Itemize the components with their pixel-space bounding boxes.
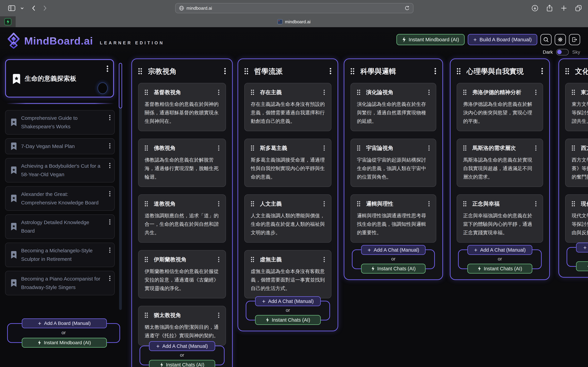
kebab-menu-icon[interactable] xyxy=(109,115,111,121)
forward-button[interactable] xyxy=(43,5,47,11)
chat-card[interactable]: 道教視角 道教強調順應自然，追求「道」的合一，生命的意義在於與自然和諧共生。 xyxy=(138,194,226,243)
kebab-menu-icon[interactable] xyxy=(541,68,543,75)
build-board-button[interactable]: + Build A Board (Manual) xyxy=(468,34,537,45)
chat-card[interactable]: 宇宙論視角 宇宙論從宇宙的起源與結構探討生命的意義，強調人類在宇宙中的位置與角色… xyxy=(350,139,436,187)
add-chat-button[interactable]: +Add A Chat (Manual) xyxy=(149,341,215,351)
drag-handle-icon[interactable] xyxy=(463,90,467,95)
drag-handle-icon[interactable] xyxy=(463,201,467,207)
address-bar[interactable]: mindboard.ai xyxy=(175,3,414,13)
drag-handle-icon[interactable] xyxy=(357,145,361,151)
drag-handle-icon[interactable] xyxy=(251,201,255,207)
add-chat-button[interactable]: +Add A Chat (Manual) xyxy=(576,243,588,252)
add-chat-button[interactable]: +Add A Chat (Manual) xyxy=(467,245,532,255)
kebab-menu-icon[interactable] xyxy=(323,257,325,263)
drag-handle-icon[interactable] xyxy=(572,90,575,95)
chat-card[interactable]: 正念與幸福 正念與幸福強調生命的意義在於當下的體驗與內心的平靜，通過正念實踐實現… xyxy=(457,194,543,243)
kebab-menu-icon[interactable] xyxy=(109,247,111,253)
add-board-button[interactable]: + Add A Board (Manual) xyxy=(22,318,107,328)
drag-handle-icon[interactable] xyxy=(463,145,467,151)
chat-card[interactable]: 虛無主義 虛無主義認為生命本身沒有客觀意義，個體需要面對這一事實並找到自己的生活… xyxy=(244,250,331,298)
drag-handle-icon[interactable] xyxy=(145,312,148,318)
instant-chats-button[interactable]: Instant Chats (AI) xyxy=(576,261,588,271)
kebab-menu-icon[interactable] xyxy=(428,145,430,151)
kebab-menu-icon[interactable] xyxy=(218,201,219,207)
selected-board-card[interactable]: 生命的意義探索板 xyxy=(5,59,114,98)
kebab-menu-icon[interactable] xyxy=(224,68,226,75)
board-list-item[interactable]: Comprehensive Guide to Shakespeare's Wor… xyxy=(5,110,115,134)
drag-handle-icon[interactable] xyxy=(145,145,148,151)
add-chat-button[interactable]: +Add A Chat (Manual) xyxy=(361,245,425,255)
chat-card[interactable]: 猶太教視角 猶太教強調生命的聖潔與目的，通過遵守《托拉》實現與神的契約。 xyxy=(138,306,226,346)
browser-tab[interactable]: mindboard.ai xyxy=(277,16,311,27)
share-icon[interactable] xyxy=(546,5,553,12)
kebab-menu-icon[interactable] xyxy=(109,191,111,197)
chat-card[interactable]: 西方文 西方文學 賽》等探 的奮鬥與 xyxy=(565,139,588,187)
kebab-menu-icon[interactable] xyxy=(323,145,325,151)
chevron-down-icon[interactable] xyxy=(20,7,24,10)
kebab-menu-icon[interactable] xyxy=(428,90,430,95)
kebab-menu-icon[interactable] xyxy=(218,257,219,263)
kebab-menu-icon[interactable] xyxy=(535,201,537,207)
drag-handle-icon[interactable] xyxy=(145,90,148,95)
instant-chats-button[interactable]: Instant Chats (AI) xyxy=(255,315,321,325)
kebab-menu-icon[interactable] xyxy=(106,66,108,73)
board-list-item[interactable]: Becoming a Piano Accompanist for Broadwa… xyxy=(5,271,115,295)
search-button[interactable] xyxy=(540,34,552,45)
kebab-menu-icon[interactable] xyxy=(109,143,111,149)
theme-toggle[interactable] xyxy=(556,49,569,55)
chat-card[interactable]: 馬斯洛的需求層次 馬斯洛認為生命的意義在於實現自我實現與超越，通過滿足不同層次的… xyxy=(457,139,543,187)
chat-card[interactable]: 邏輯與理性 邏輯與理性強調通過理性思考尋找生命的意義，強調知性與邏輯的重要性。 xyxy=(350,194,436,243)
drag-handle-icon[interactable] xyxy=(350,68,355,75)
settings-button[interactable] xyxy=(555,34,566,45)
chat-card[interactable]: 東方文 東方文學 等探討生 諧共生。 xyxy=(565,83,588,131)
drag-handle-icon[interactable] xyxy=(251,90,255,95)
kebab-menu-icon[interactable] xyxy=(329,68,331,75)
chat-card[interactable]: 演化論視角 演化論認為生命的意義在於生存與繁衍，通過自然選擇實現物種的延續。 xyxy=(350,83,436,131)
instant-chats-button[interactable]: Instant Chats (AI) xyxy=(149,360,215,367)
kebab-menu-icon[interactable] xyxy=(218,312,219,318)
kebab-menu-icon[interactable] xyxy=(535,90,537,95)
add-chat-button[interactable]: +Add A Chat (Manual) xyxy=(255,296,321,306)
board-list-item[interactable]: Achieving a Bodybuilder's Cut for a 58-Y… xyxy=(5,158,115,183)
drag-handle-icon[interactable] xyxy=(572,145,575,151)
logout-button[interactable] xyxy=(569,34,580,45)
chat-card[interactable]: 伊斯蘭教視角 伊斯蘭教相信生命的意義在於服從安拉的旨意，通過遵循《古蘭經》實現靈… xyxy=(138,250,226,298)
chat-card[interactable]: 人文主義 人文主義強調人類的潛能與價值，生命的意義在於促進人類的福祉與文明的進步… xyxy=(244,194,331,243)
sidebar-scrollbar-thumb[interactable] xyxy=(119,63,122,108)
kebab-menu-icon[interactable] xyxy=(218,145,219,151)
instant-chats-button[interactable]: Instant Chats (AI) xyxy=(467,264,532,274)
kebab-menu-icon[interactable] xyxy=(323,201,325,207)
drag-handle-icon[interactable] xyxy=(145,257,148,263)
drag-handle-icon[interactable] xyxy=(457,68,461,75)
instant-chats-button[interactable]: Instant Chats (AI) xyxy=(361,264,425,274)
kebab-menu-icon[interactable] xyxy=(218,90,219,95)
tab-overview-icon[interactable] xyxy=(575,5,582,12)
reload-icon[interactable] xyxy=(405,6,410,11)
drag-handle-icon[interactable] xyxy=(357,90,361,95)
chat-card[interactable]: 斯多葛主義 斯多葛主義強調接受命運，通過理性與自我控制實現內心的平靜與生命的意義… xyxy=(244,139,331,187)
downloads-icon[interactable] xyxy=(532,5,538,12)
chat-card[interactable]: 現代文 現代文學 等探討生 由與反抗 xyxy=(565,194,588,243)
new-tab-icon[interactable] xyxy=(561,5,567,11)
drag-handle-icon[interactable] xyxy=(357,201,361,207)
drag-handle-icon[interactable] xyxy=(244,68,249,75)
board-list-item[interactable]: 7-Day Vegan Meal Plan xyxy=(5,138,115,154)
kebab-menu-icon[interactable] xyxy=(109,275,111,281)
drag-handle-icon[interactable] xyxy=(251,257,255,263)
drag-handle-icon[interactable] xyxy=(565,68,570,75)
kebab-menu-icon[interactable] xyxy=(428,201,430,207)
board-list-item[interactable]: Astrology Detailed Knowledge Board xyxy=(5,214,115,239)
chat-card[interactable]: 基督教視角 基督教相信生命的意義在於與神的關係，通過耶穌基督的救贖實現永生與神同… xyxy=(138,83,226,131)
back-button[interactable] xyxy=(32,5,36,11)
chat-card[interactable]: 佛教視角 佛教認為生命的意義在於解脫苦海，通過修行實現涅槃，脫離生死輪迴。 xyxy=(138,139,226,187)
chat-card[interactable]: 存在主義 存在主義認為生命本身沒有預設的意義，個體需要通過自我選擇和行動創造自己… xyxy=(244,83,331,131)
chat-card[interactable]: 弗洛伊德的精神分析 弗洛伊德認為生命的意義在於解決內心的衝突與慾望，實現心理的平… xyxy=(457,83,543,131)
board-list-item[interactable]: Becoming a Michelangelo-Style Sculptor i… xyxy=(5,243,115,267)
instant-mindboard-button[interactable]: Instant Mindboard (AI) xyxy=(397,34,465,45)
instant-mindboard-sidebar-button[interactable]: Instant Mindboard (AI) xyxy=(22,338,107,348)
kebab-menu-icon[interactable] xyxy=(109,219,111,225)
kebab-menu-icon[interactable] xyxy=(323,90,325,95)
drag-handle-icon[interactable] xyxy=(138,68,143,75)
pinned-tab[interactable] xyxy=(0,16,16,27)
board-list-item[interactable]: Alexander the Great: Comprehensive Knowl… xyxy=(5,186,115,211)
